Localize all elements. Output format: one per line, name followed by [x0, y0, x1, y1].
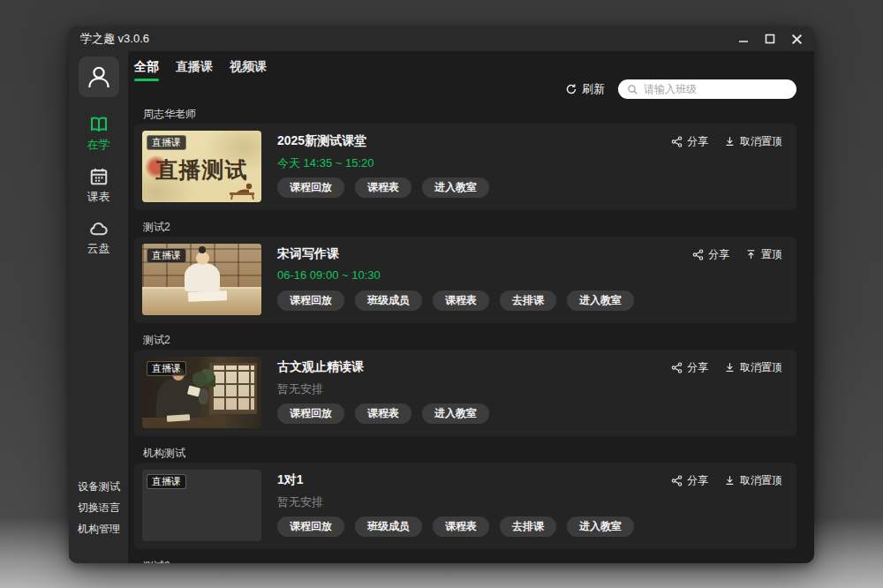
course-thumbnail[interactable]: 直播课: [142, 244, 261, 315]
toolbar: 刷新: [128, 79, 814, 99]
course-card: 直播课 直播测试 2025新测试课堂 今天 14:35 ~ 15:20: [134, 124, 796, 210]
scholar-head-art: [196, 252, 209, 265]
switch-language-link[interactable]: 切换语言: [78, 501, 120, 516]
refresh-button[interactable]: 刷新: [565, 81, 605, 97]
pin-top-label: 置顶: [761, 247, 782, 262]
schedule-class-button[interactable]: 去排课: [500, 290, 556, 311]
course-schedule: 今天 14:35 ~ 15:20: [277, 155, 374, 171]
share-icon: [671, 362, 683, 373]
reclining-figure-art: [228, 182, 258, 200]
course-card: 直播课 宋词写作课 06-16 09:00 ~ 10:30 课程回放 班级成员 …: [134, 237, 796, 323]
card-actions: 分享 取消置顶: [671, 473, 782, 488]
app-window: 学之趣 v3.0.6: [69, 26, 814, 563]
sidebar-item-studying[interactable]: 在学: [87, 115, 110, 153]
enter-classroom-button[interactable]: 进入教室: [422, 177, 489, 198]
calendar-icon: [89, 167, 109, 186]
plant-art: [192, 369, 215, 387]
minimize-icon: [738, 34, 749, 44]
maximize-button[interactable]: [764, 33, 776, 45]
share-icon: [692, 249, 704, 260]
group-label: 周志华老师: [143, 108, 814, 120]
app-title: 学之趣 v3.0.6: [80, 31, 149, 47]
course-title: 1对1: [277, 472, 304, 488]
playback-button[interactable]: 课程回放: [277, 177, 344, 198]
playback-button[interactable]: 课程回放: [277, 516, 344, 537]
share-button[interactable]: 分享: [671, 473, 708, 488]
playback-button[interactable]: 课程回放: [277, 290, 344, 311]
card-actions: 分享 置顶: [692, 247, 782, 262]
sidebar: 在学 课表 云盘 设备测试 切换语言 机构管理: [69, 51, 128, 563]
unpin-button[interactable]: 取消置顶: [724, 134, 782, 149]
course-thumbnail[interactable]: 直播课: [142, 357, 261, 428]
tab-live-course[interactable]: 直播课: [176, 59, 213, 76]
cloud-icon: [89, 219, 109, 238]
group-label: 机构测试: [143, 447, 814, 459]
org-management-link[interactable]: 机构管理: [78, 522, 120, 537]
course-title: 宋词写作课: [277, 246, 339, 262]
course-thumbnail[interactable]: 直播课: [142, 470, 261, 541]
course-schedule: 06-16 09:00 ~ 10:30: [277, 268, 381, 282]
user-icon: [85, 63, 113, 91]
timetable-button[interactable]: 课程表: [433, 290, 489, 311]
share-label: 分享: [687, 473, 708, 488]
lattice-window-art: [209, 363, 257, 414]
group-label: 测试2: [143, 334, 814, 346]
playback-button[interactable]: 课程回放: [277, 403, 344, 424]
unpin-label: 取消置顶: [740, 134, 782, 149]
group-label: 测试2: [143, 560, 814, 563]
class-members-button[interactable]: 班级成员: [355, 290, 422, 311]
pin-top-icon: [745, 249, 757, 260]
course-card: 直播课 古文观止精读课 暂无安排 课程回放 课程表 进入教室 分享 取: [134, 350, 796, 436]
course-buttons: 课程回放 班级成员 课程表 去排课 进入教室: [277, 290, 634, 311]
unpin-button[interactable]: 取消置顶: [724, 473, 782, 488]
open-book-icon: [89, 115, 109, 134]
course-schedule: 暂无安排: [277, 494, 323, 510]
share-button[interactable]: 分享: [692, 247, 729, 262]
unpin-label: 取消置顶: [740, 473, 782, 488]
unpin-icon: [724, 362, 736, 373]
timetable-button[interactable]: 课程表: [355, 403, 411, 424]
share-label: 分享: [687, 360, 708, 375]
share-button[interactable]: 分享: [671, 360, 708, 375]
unpin-button[interactable]: 取消置顶: [724, 360, 782, 375]
avatar[interactable]: [79, 57, 119, 97]
schedule-class-button[interactable]: 去排课: [500, 516, 556, 537]
timetable-button[interactable]: 课程表: [433, 516, 489, 537]
course-buttons: 课程回放 班级成员 课程表 去排课 进入教室: [277, 516, 634, 537]
search-box: [618, 79, 796, 99]
tab-bar: 全部 直播课 视频课: [128, 51, 814, 76]
class-members-button[interactable]: 班级成员: [355, 516, 422, 537]
search-input[interactable]: [644, 83, 788, 95]
device-test-link[interactable]: 设备测试: [78, 479, 120, 494]
course-buttons: 课程回放 课程表 进入教室: [277, 403, 489, 424]
unpin-icon: [724, 475, 736, 486]
sidebar-item-cloud-drive[interactable]: 云盘: [87, 219, 110, 257]
enter-classroom-button[interactable]: 进入教室: [567, 516, 634, 537]
course-buttons: 课程回放 课程表 进入教室: [277, 177, 489, 198]
scholar-figure-art: [185, 263, 220, 291]
share-icon: [671, 136, 683, 147]
close-icon: [791, 34, 803, 45]
enter-classroom-button[interactable]: 进入教室: [422, 403, 489, 424]
share-button[interactable]: 分享: [671, 134, 708, 149]
minimize-button[interactable]: [737, 33, 750, 45]
share-label: 分享: [708, 247, 729, 262]
enter-classroom-button[interactable]: 进入教室: [567, 290, 634, 311]
course-card: 直播课 1对1 暂无安排 课程回放 班级成员 课程表 去排课 进入教室 分享: [134, 463, 796, 549]
close-button[interactable]: [790, 33, 803, 45]
live-course-badge: 直播课: [147, 474, 186, 489]
course-title: 2025新测试课堂: [277, 133, 366, 149]
sidebar-item-timetable[interactable]: 课表: [87, 167, 110, 205]
tab-all[interactable]: 全部: [134, 59, 159, 76]
scholar-hair-art: [199, 246, 206, 253]
course-thumbnail[interactable]: 直播课 直播测试: [142, 131, 261, 202]
refresh-label: 刷新: [582, 81, 605, 97]
card-actions: 分享 取消置顶: [671, 134, 782, 149]
unpin-icon: [724, 136, 736, 147]
refresh-icon: [565, 83, 577, 95]
sidebar-footer: 设备测试 切换语言 机构管理: [78, 479, 120, 537]
tab-video-course[interactable]: 视频课: [230, 59, 267, 76]
pin-top-button[interactable]: 置顶: [745, 247, 782, 262]
timetable-button[interactable]: 课程表: [355, 177, 411, 198]
search-icon: [627, 84, 638, 95]
